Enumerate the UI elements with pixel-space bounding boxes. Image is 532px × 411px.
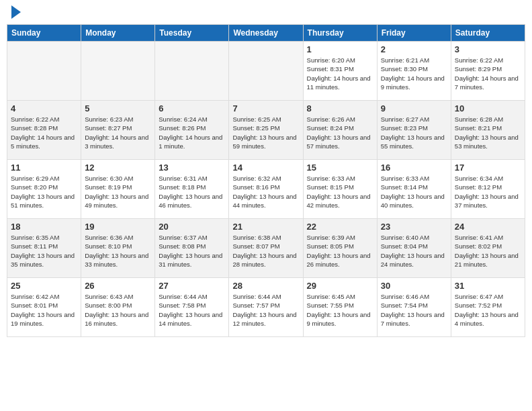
day-number: 9 bbox=[381, 103, 447, 113]
calendar-cell: 4Sunrise: 6:22 AM Sunset: 8:28 PM Daylig… bbox=[7, 101, 81, 160]
calendar-cell: 13Sunrise: 6:31 AM Sunset: 8:18 PM Dayli… bbox=[155, 160, 229, 219]
calendar-cell: 1Sunrise: 6:20 AM Sunset: 8:31 PM Daylig… bbox=[303, 42, 377, 101]
day-info: Sunrise: 6:45 AM Sunset: 7:55 PM Dayligh… bbox=[307, 292, 373, 328]
day-info: Sunrise: 6:32 AM Sunset: 8:16 PM Dayligh… bbox=[232, 174, 299, 210]
day-number: 15 bbox=[307, 163, 373, 173]
day-info: Sunrise: 6:40 AM Sunset: 8:04 PM Dayligh… bbox=[381, 233, 447, 269]
day-number: 12 bbox=[85, 163, 151, 173]
calendar-cell: 7Sunrise: 6:25 AM Sunset: 8:25 PM Daylig… bbox=[229, 101, 303, 160]
day-info: Sunrise: 6:21 AM Sunset: 8:30 PM Dayligh… bbox=[381, 56, 447, 91]
day-of-week-header: Thursday bbox=[303, 25, 377, 42]
calendar-cell: 17Sunrise: 6:34 AM Sunset: 8:12 PM Dayli… bbox=[451, 160, 525, 219]
day-of-week-header: Monday bbox=[81, 25, 155, 42]
day-info: Sunrise: 6:37 AM Sunset: 8:08 PM Dayligh… bbox=[159, 233, 225, 269]
day-info: Sunrise: 6:34 AM Sunset: 8:12 PM Dayligh… bbox=[455, 174, 521, 210]
day-number: 6 bbox=[159, 103, 225, 113]
calendar-cell: 12Sunrise: 6:30 AM Sunset: 8:19 PM Dayli… bbox=[81, 160, 155, 219]
day-info: Sunrise: 6:29 AM Sunset: 8:20 PM Dayligh… bbox=[11, 174, 77, 210]
day-number: 25 bbox=[11, 281, 77, 291]
day-info: Sunrise: 6:24 AM Sunset: 8:26 PM Dayligh… bbox=[159, 115, 225, 150]
calendar-cell: 5Sunrise: 6:23 AM Sunset: 8:27 PM Daylig… bbox=[81, 101, 155, 160]
calendar-cell bbox=[81, 42, 155, 101]
day-info: Sunrise: 6:38 AM Sunset: 8:07 PM Dayligh… bbox=[232, 233, 299, 269]
day-info: Sunrise: 6:25 AM Sunset: 8:25 PM Dayligh… bbox=[232, 115, 299, 150]
day-info: Sunrise: 6:22 AM Sunset: 8:28 PM Dayligh… bbox=[11, 115, 77, 150]
calendar-cell: 2Sunrise: 6:21 AM Sunset: 8:30 PM Daylig… bbox=[377, 42, 451, 101]
day-info: Sunrise: 6:47 AM Sunset: 7:52 PM Dayligh… bbox=[455, 292, 521, 328]
calendar-cell: 29Sunrise: 6:45 AM Sunset: 7:55 PM Dayli… bbox=[303, 278, 377, 337]
day-number: 28 bbox=[232, 281, 299, 291]
calendar-cell: 22Sunrise: 6:39 AM Sunset: 8:05 PM Dayli… bbox=[303, 219, 377, 278]
day-number: 29 bbox=[307, 281, 373, 291]
day-number: 4 bbox=[11, 103, 77, 113]
day-number: 24 bbox=[455, 222, 521, 232]
calendar-cell: 21Sunrise: 6:38 AM Sunset: 8:07 PM Dayli… bbox=[229, 219, 303, 278]
day-info: Sunrise: 6:39 AM Sunset: 8:05 PM Dayligh… bbox=[307, 233, 373, 269]
day-number: 21 bbox=[232, 222, 299, 232]
day-of-week-header: Tuesday bbox=[155, 25, 229, 42]
day-of-week-header: Sunday bbox=[7, 25, 81, 42]
day-info: Sunrise: 6:26 AM Sunset: 8:24 PM Dayligh… bbox=[307, 115, 373, 150]
day-info: Sunrise: 6:33 AM Sunset: 8:14 PM Dayligh… bbox=[381, 174, 447, 210]
day-number: 13 bbox=[159, 163, 225, 173]
calendar-cell: 27Sunrise: 6:44 AM Sunset: 7:58 PM Dayli… bbox=[155, 278, 229, 337]
day-info: Sunrise: 6:35 AM Sunset: 8:11 PM Dayligh… bbox=[11, 233, 77, 269]
calendar-cell: 14Sunrise: 6:32 AM Sunset: 8:16 PM Dayli… bbox=[229, 160, 303, 219]
calendar-cell: 6Sunrise: 6:24 AM Sunset: 8:26 PM Daylig… bbox=[155, 101, 229, 160]
page-header bbox=[7, 7, 525, 19]
day-number: 22 bbox=[307, 222, 373, 232]
day-info: Sunrise: 6:31 AM Sunset: 8:18 PM Dayligh… bbox=[159, 174, 225, 210]
calendar-cell bbox=[155, 42, 229, 101]
day-info: Sunrise: 6:22 AM Sunset: 8:29 PM Dayligh… bbox=[455, 56, 521, 91]
day-number: 31 bbox=[455, 281, 521, 291]
calendar-cell: 20Sunrise: 6:37 AM Sunset: 8:08 PM Dayli… bbox=[155, 219, 229, 278]
day-info: Sunrise: 6:30 AM Sunset: 8:19 PM Dayligh… bbox=[85, 174, 151, 210]
day-number: 2 bbox=[381, 44, 447, 54]
day-info: Sunrise: 6:27 AM Sunset: 8:23 PM Dayligh… bbox=[381, 115, 447, 150]
day-of-week-header: Friday bbox=[377, 25, 451, 42]
logo-arrow-icon bbox=[11, 5, 21, 19]
logo bbox=[7, 7, 21, 19]
day-number: 7 bbox=[232, 103, 299, 113]
day-info: Sunrise: 6:42 AM Sunset: 8:01 PM Dayligh… bbox=[11, 292, 77, 328]
calendar-cell: 31Sunrise: 6:47 AM Sunset: 7:52 PM Dayli… bbox=[451, 278, 525, 337]
day-number: 1 bbox=[307, 44, 373, 54]
day-number: 11 bbox=[11, 163, 77, 173]
day-info: Sunrise: 6:36 AM Sunset: 8:10 PM Dayligh… bbox=[85, 233, 151, 269]
day-number: 27 bbox=[159, 281, 225, 291]
day-number: 8 bbox=[307, 103, 373, 113]
day-info: Sunrise: 6:20 AM Sunset: 8:31 PM Dayligh… bbox=[307, 56, 373, 91]
calendar-cell: 19Sunrise: 6:36 AM Sunset: 8:10 PM Dayli… bbox=[81, 219, 155, 278]
calendar-cell: 23Sunrise: 6:40 AM Sunset: 8:04 PM Dayli… bbox=[377, 219, 451, 278]
day-number: 16 bbox=[381, 163, 447, 173]
day-number: 30 bbox=[381, 281, 447, 291]
day-number: 17 bbox=[455, 163, 521, 173]
calendar-cell: 25Sunrise: 6:42 AM Sunset: 8:01 PM Dayli… bbox=[7, 278, 81, 337]
day-info: Sunrise: 6:43 AM Sunset: 8:00 PM Dayligh… bbox=[85, 292, 151, 328]
day-of-week-header: Saturday bbox=[451, 25, 525, 42]
day-number: 18 bbox=[11, 222, 77, 232]
day-info: Sunrise: 6:41 AM Sunset: 8:02 PM Dayligh… bbox=[455, 233, 521, 269]
calendar-cell: 9Sunrise: 6:27 AM Sunset: 8:23 PM Daylig… bbox=[377, 101, 451, 160]
day-number: 19 bbox=[85, 222, 151, 232]
day-number: 14 bbox=[232, 163, 299, 173]
day-number: 20 bbox=[159, 222, 225, 232]
day-number: 5 bbox=[85, 103, 151, 113]
day-number: 23 bbox=[381, 222, 447, 232]
day-number: 10 bbox=[455, 103, 521, 113]
day-number: 3 bbox=[455, 44, 521, 54]
day-info: Sunrise: 6:44 AM Sunset: 7:58 PM Dayligh… bbox=[159, 292, 225, 328]
day-info: Sunrise: 6:46 AM Sunset: 7:54 PM Dayligh… bbox=[381, 292, 447, 328]
day-info: Sunrise: 6:44 AM Sunset: 7:57 PM Dayligh… bbox=[232, 292, 299, 328]
calendar-cell: 3Sunrise: 6:22 AM Sunset: 8:29 PM Daylig… bbox=[451, 42, 525, 101]
calendar-cell: 18Sunrise: 6:35 AM Sunset: 8:11 PM Dayli… bbox=[7, 219, 81, 278]
calendar-cell: 28Sunrise: 6:44 AM Sunset: 7:57 PM Dayli… bbox=[229, 278, 303, 337]
calendar-table: SundayMondayTuesdayWednesdayThursdayFrid… bbox=[7, 24, 525, 337]
calendar-cell: 11Sunrise: 6:29 AM Sunset: 8:20 PM Dayli… bbox=[7, 160, 81, 219]
day-info: Sunrise: 6:33 AM Sunset: 8:15 PM Dayligh… bbox=[307, 174, 373, 210]
calendar-cell: 16Sunrise: 6:33 AM Sunset: 8:14 PM Dayli… bbox=[377, 160, 451, 219]
day-info: Sunrise: 6:28 AM Sunset: 8:21 PM Dayligh… bbox=[455, 115, 521, 150]
calendar-cell: 24Sunrise: 6:41 AM Sunset: 8:02 PM Dayli… bbox=[451, 219, 525, 278]
calendar-cell bbox=[229, 42, 303, 101]
calendar-cell bbox=[7, 42, 81, 101]
